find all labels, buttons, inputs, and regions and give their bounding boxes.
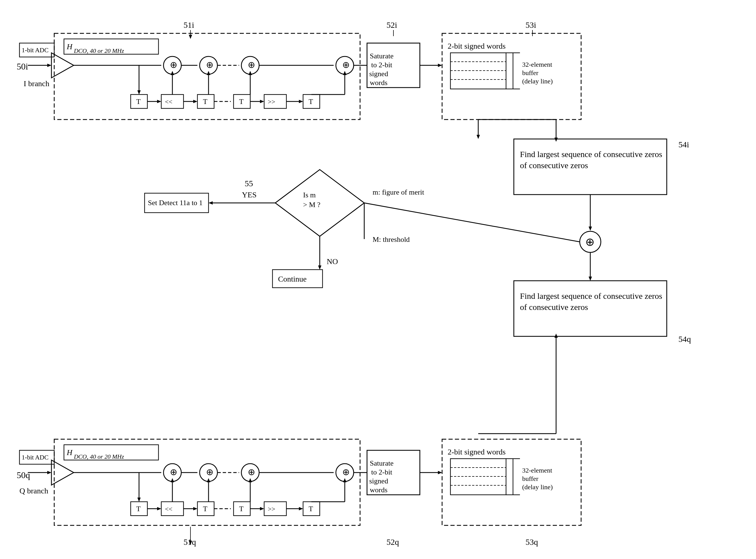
svg-text:H DCO, 40 or 20 MHz: H DCO, 40 or 20 MHz — [66, 448, 124, 460]
svg-text:buffer: buffer — [522, 475, 538, 482]
svg-marker-85 — [588, 227, 592, 231]
adc-q-label: 1-bit ADC — [22, 454, 48, 461]
svg-text:<<: << — [165, 505, 172, 513]
yes-label: YES — [242, 191, 257, 199]
svg-marker-83 — [554, 138, 558, 142]
svg-text:32-element: 32-element — [522, 61, 552, 68]
svg-text:>>: >> — [268, 505, 275, 513]
svg-text:T: T — [309, 97, 313, 106]
svg-text:Is m: Is m — [303, 191, 316, 199]
svg-text:<<: << — [165, 98, 172, 105]
svg-marker-78 — [476, 135, 480, 139]
svg-marker-107 — [47, 471, 51, 474]
svg-text:⊕: ⊕ — [585, 236, 595, 248]
ref-51i: 51i — [183, 20, 194, 29]
svg-text:⊕: ⊕ — [206, 467, 214, 477]
label-50i: 50i — [17, 62, 28, 71]
svg-marker-157 — [343, 478, 347, 482]
svg-text:> M ?: > M ? — [303, 201, 320, 209]
svg-text:of consecutive zeros: of consecutive zeros — [520, 303, 588, 312]
svg-text:buffer: buffer — [522, 69, 538, 76]
svg-text:words: words — [370, 79, 387, 87]
svg-text:⊕: ⊕ — [170, 60, 177, 70]
svg-text:Saturate: Saturate — [370, 459, 394, 467]
ref-53i: 53i — [526, 20, 536, 29]
ref-54q: 54q — [679, 334, 691, 343]
svg-marker-168 — [438, 471, 442, 474]
m-label: m: figure of merit — [373, 188, 424, 196]
svg-text:⊕: ⊕ — [206, 60, 214, 70]
svg-marker-46 — [207, 71, 210, 75]
svg-text:signed: signed — [369, 477, 388, 485]
svg-marker-63 — [438, 64, 442, 67]
ref-52i: 52i — [386, 20, 397, 29]
branch-q-label: Q branch — [20, 487, 48, 495]
svg-text:T: T — [136, 505, 141, 513]
svg-marker-29 — [193, 100, 197, 103]
svg-text:⊕: ⊕ — [170, 467, 177, 477]
svg-text:words: words — [370, 486, 387, 494]
svg-marker-97 — [318, 266, 321, 270]
svg-text:to 2-bit: to 2-bit — [371, 468, 393, 476]
svg-text:signed: signed — [369, 70, 388, 78]
svg-text:to 2-bit: to 2-bit — [371, 61, 393, 69]
svg-text:(delay line): (delay line) — [522, 484, 553, 491]
buffer-label-i: 2-bit signed words — [448, 42, 506, 50]
svg-marker-21 — [137, 90, 141, 94]
adc-i-label: 1-bit ADC — [22, 47, 48, 54]
set-detect-label: Set Detect 11a to 1 — [148, 199, 203, 207]
ref-54i: 54i — [679, 140, 689, 149]
filter-i-label: H DCO, 40 or 20 MHz — [66, 42, 124, 54]
svg-marker-105 — [554, 334, 558, 338]
ref-53q: 53q — [526, 537, 538, 546]
svg-marker-25 — [157, 100, 161, 103]
svg-marker-147 — [299, 507, 303, 510]
svg-marker-132 — [157, 507, 161, 510]
svg-text:of consecutive zeros: of consecutive zeros — [520, 161, 588, 170]
svg-marker-143 — [260, 507, 264, 510]
svg-text:⊕: ⊕ — [248, 467, 255, 477]
label-50q: 50q — [17, 470, 30, 480]
ref-55: 55 — [245, 179, 253, 188]
continue-label: Continue — [278, 275, 307, 283]
svg-text:T: T — [203, 505, 207, 513]
svg-text:>>: >> — [268, 98, 275, 105]
svg-marker-1 — [47, 64, 51, 67]
svg-text:32-element: 32-element — [522, 467, 552, 474]
svg-rect-5 — [54, 33, 360, 119]
svg-text:T: T — [239, 97, 244, 106]
svg-text:⊕: ⊕ — [342, 60, 350, 70]
M-label: M: threshold — [373, 236, 410, 244]
svg-marker-128 — [137, 497, 141, 502]
find-zeros-i: Find largest sequence of consecutive zer… — [520, 150, 662, 159]
svg-marker-44 — [171, 71, 174, 75]
svg-marker-155 — [249, 478, 252, 482]
svg-text:T: T — [309, 505, 313, 513]
svg-marker-2 — [51, 53, 74, 78]
svg-marker-108 — [51, 460, 74, 485]
find-zeros-q: Find largest sequence of consecutive zer… — [520, 291, 662, 300]
svg-marker-36 — [260, 100, 264, 103]
svg-text:Saturate: Saturate — [370, 52, 394, 60]
svg-marker-53 — [189, 35, 192, 39]
no-label: NO — [327, 257, 338, 266]
svg-text:T: T — [239, 505, 244, 513]
svg-text:T: T — [203, 97, 207, 106]
svg-marker-40 — [299, 100, 303, 103]
branch-i-label: I branch — [24, 79, 49, 88]
svg-text:(delay line): (delay line) — [522, 77, 553, 85]
svg-marker-136 — [193, 507, 197, 510]
svg-marker-50 — [343, 71, 347, 75]
svg-text:T: T — [136, 97, 141, 106]
svg-marker-94 — [208, 201, 213, 205]
svg-marker-151 — [171, 478, 174, 482]
svg-marker-153 — [207, 478, 210, 482]
buffer-label-q: 2-bit signed words — [448, 448, 506, 456]
diagram: 50i 1-bit ADC I branch H DCO, 40 or 20 M… — [0, 0, 756, 559]
svg-marker-89 — [588, 276, 592, 281]
ref-52q: 52q — [386, 537, 399, 546]
svg-marker-48 — [249, 71, 252, 75]
svg-text:⊕: ⊕ — [342, 467, 350, 477]
svg-text:⊕: ⊕ — [248, 60, 255, 70]
